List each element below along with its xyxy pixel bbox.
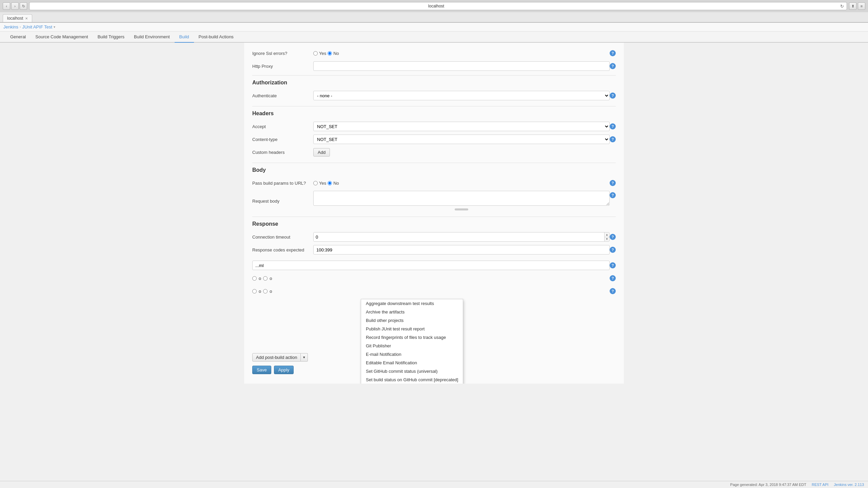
content-type-help-icon[interactable]: ?: [610, 136, 616, 142]
tab-post-build[interactable]: Post-build Actions: [194, 32, 238, 43]
request-body-textarea[interactable]: [313, 191, 610, 206]
timeout-increment-icon[interactable]: ▲: [605, 232, 609, 237]
dropdown-item-aggregate[interactable]: Aggregate downstream test results: [361, 299, 463, 308]
reload-button[interactable]: ↻: [20, 2, 27, 10]
accept-row: Accept NOT_SET application/json applicat…: [252, 121, 616, 131]
authenticate-select[interactable]: - none - Basic Bearer Token OAuth2: [313, 91, 610, 100]
save-button[interactable]: Save: [252, 366, 271, 374]
timeout-decrement-icon[interactable]: ▼: [605, 237, 609, 242]
response-title: Response: [252, 221, 616, 228]
ignore-ssl-label: Ignore Ssl errors?: [252, 51, 313, 56]
ignore-ssl-row: Ignore Ssl errors? Yes No ?: [252, 48, 616, 58]
dropdown-item-github-deprecated[interactable]: Set build status on GitHub commit [depre…: [361, 375, 463, 384]
page-nav: General Source Code Management Build Tri…: [0, 32, 868, 43]
post-build-item-1-input[interactable]: [252, 261, 610, 270]
body-title: Body: [252, 167, 616, 175]
dropdown-item-fingerprints[interactable]: Record fingerprints of files to track us…: [361, 333, 463, 342]
post-build-radio-2a[interactable]: [252, 289, 257, 293]
connection-timeout-row: Connection timeout ▲ ▼ ?: [252, 232, 616, 242]
add-custom-header-button[interactable]: Add: [313, 148, 330, 157]
ssl-no-radio[interactable]: [328, 51, 332, 56]
tab-label: localhost: [7, 16, 23, 21]
authenticate-label: Authenticate: [252, 93, 313, 98]
http-proxy-input[interactable]: [313, 61, 610, 71]
connection-timeout-spinner[interactable]: ▲ ▼: [313, 232, 610, 242]
breadcrumb-job[interactable]: JUnit APIF Test: [22, 24, 52, 29]
response-codes-label: Response codes expected: [252, 247, 313, 252]
response-codes-row: Response codes expected ?: [252, 245, 616, 255]
post-build-item-2-row: o o ?: [252, 273, 616, 283]
response-codes-input[interactable]: [313, 245, 610, 255]
post-build-radio-1b[interactable]: [263, 276, 268, 281]
post-build-item-3-help-icon[interactable]: ?: [610, 288, 616, 294]
dropdown-item-email-notification[interactable]: E-mail Notification: [361, 350, 463, 359]
dropdown-item-git-publisher[interactable]: Git Publisher: [361, 342, 463, 350]
tab-build-triggers[interactable]: Build Triggers: [93, 32, 129, 43]
dropdown-item-editable-email[interactable]: Editable Email Notification: [361, 359, 463, 367]
custom-headers-label: Custom headers: [252, 150, 313, 155]
custom-headers-row: Custom headers Add: [252, 147, 616, 157]
accept-select[interactable]: NOT_SET application/json application/xml: [313, 122, 610, 131]
forward-icon: ›: [14, 4, 16, 8]
browser-tab[interactable]: localhost ✕: [3, 14, 32, 22]
ignore-ssl-control: Yes No: [313, 51, 610, 56]
authorization-section: Authorization Authenticate - none - Basi…: [252, 80, 616, 101]
back-icon: ‹: [6, 4, 7, 8]
dropdown-item-github-status[interactable]: Set GitHub commit status (universal): [361, 367, 463, 375]
request-body-label: Request body: [252, 199, 313, 204]
request-body-help-icon[interactable]: ?: [610, 192, 616, 198]
dropdown-item-archive[interactable]: Archive the artifacts: [361, 308, 463, 316]
address-reload-icon: ↻: [840, 4, 844, 9]
tab-close-icon[interactable]: ✕: [25, 17, 28, 20]
ssl-no-label: No: [333, 51, 339, 56]
connection-timeout-label: Connection timeout: [252, 235, 313, 240]
add-post-build-action-button[interactable]: Add post-build action: [252, 353, 301, 362]
breadcrumb: Jenkins › JUnit APIF Test ▾: [0, 23, 868, 32]
forward-button[interactable]: ›: [11, 2, 19, 10]
response-codes-help-icon[interactable]: ?: [610, 247, 616, 253]
post-build-item-2-help-icon[interactable]: ?: [610, 275, 616, 281]
ssl-yes-radio[interactable]: [313, 51, 318, 56]
address-bar[interactable]: localhost ↻: [29, 2, 847, 10]
tab-general[interactable]: General: [5, 32, 31, 43]
dropdown-item-build-other[interactable]: Build other projects: [361, 316, 463, 325]
share-button[interactable]: ⬆: [849, 2, 856, 10]
post-build-item-1-help-icon[interactable]: ?: [610, 262, 616, 268]
pass-params-yes-radio[interactable]: [313, 181, 318, 185]
response-section: Response Connection timeout ▲ ▼ ? Respon…: [252, 221, 616, 255]
post-build-radio-1a[interactable]: [252, 276, 257, 281]
pass-params-help-icon[interactable]: ?: [610, 180, 616, 186]
post-build-radio-2b[interactable]: [263, 289, 268, 293]
accept-help-icon[interactable]: ?: [610, 123, 616, 129]
authenticate-help-icon[interactable]: ?: [610, 93, 616, 99]
tab-build-environment[interactable]: Build Environment: [129, 32, 175, 43]
ssl-yes-label: Yes: [319, 51, 326, 56]
add-action-group: Add post-build action ▾: [252, 353, 308, 362]
http-proxy-label: Http Proxy: [252, 64, 313, 69]
http-proxy-row: Http Proxy ?: [252, 61, 616, 71]
tab-build[interactable]: Build: [175, 32, 194, 43]
browser-chrome: ‹ › ↻ localhost ↻ ⬆ ≡ localhost ✕: [0, 0, 868, 23]
back-button[interactable]: ‹: [3, 2, 10, 10]
breadcrumb-arrow: ▾: [54, 25, 55, 29]
address-text: localhost: [32, 4, 840, 8]
apply-button[interactable]: Apply: [274, 366, 294, 374]
connection-timeout-help-icon[interactable]: ?: [610, 234, 616, 240]
post-build-dropdown: Aggregate downstream test results Archiv…: [361, 299, 463, 384]
connection-timeout-input[interactable]: [314, 232, 604, 241]
tab-source-code[interactable]: Source Code Management: [31, 32, 93, 43]
ssl-help-icon[interactable]: ?: [610, 50, 616, 56]
content-type-row: Content-type NOT_SET application/json te…: [252, 134, 616, 144]
more-button[interactable]: ≡: [858, 2, 865, 10]
http-proxy-help-icon[interactable]: ?: [610, 63, 616, 69]
breadcrumb-jenkins[interactable]: Jenkins: [3, 24, 18, 29]
reload-icon: ↻: [22, 4, 25, 8]
content-type-select[interactable]: NOT_SET application/json text/plain: [313, 135, 610, 144]
request-body-row: Request body ?: [252, 191, 616, 211]
dropdown-item-publish-junit[interactable]: Publish JUnit test result report: [361, 325, 463, 333]
pass-params-no-radio[interactable]: [328, 181, 332, 185]
add-post-build-action-dropdown-toggle[interactable]: ▾: [301, 353, 308, 362]
breadcrumb-sep-1: ›: [20, 25, 21, 29]
pass-params-no-label: No: [333, 181, 339, 186]
textarea-scroll-handle[interactable]: [455, 208, 468, 210]
